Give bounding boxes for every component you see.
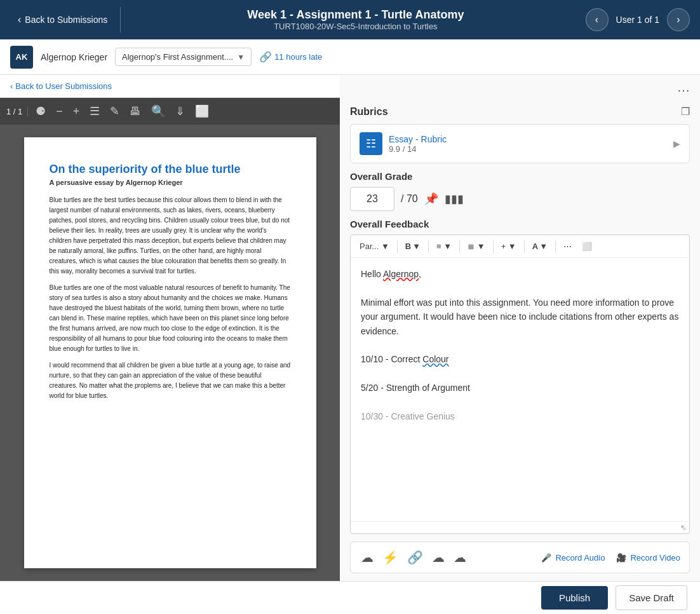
- assignment-title: Week 1 - Assignment 1 - Turtle Anatomy: [126, 8, 585, 22]
- dropdown-arrow-icon: ▼: [237, 53, 245, 62]
- editor-toolbar: Par... ▼ B ▼ ≡ ▼ ≣ ▼ + ▼ A ▼ ⋯ ⬜: [351, 235, 689, 258]
- grade-label: Overall Grade: [350, 171, 690, 182]
- toolbar-separator: [459, 240, 460, 253]
- rubrics-expand-button[interactable]: ❐: [681, 106, 690, 118]
- fullscreen-editor-button[interactable]: ⬜: [578, 239, 596, 254]
- grade-total: / 70: [401, 193, 418, 205]
- media-toolbar: ☁ ⚡ 🔗 ☁ ☁ 🎤 Record Audio 🎥 Record Video: [350, 542, 690, 573]
- insert-button[interactable]: + ▼: [497, 239, 520, 254]
- rubrics-title: Rubrics ❐: [350, 106, 690, 118]
- feedback-section: Overall Feedback Par... ▼ B ▼ ≡ ▼ ≣ ▼ + …: [340, 219, 700, 542]
- toolbar-separator: [493, 240, 494, 253]
- feedback-line2: 10/10 - Correct Colour: [361, 352, 679, 366]
- cloud-download-icon-button[interactable]: ☁: [431, 549, 446, 566]
- record-audio-button[interactable]: 🎤 Record Audio: [541, 553, 605, 563]
- colour-word: Colour: [422, 354, 448, 364]
- publish-button[interactable]: Publish: [541, 586, 608, 610]
- pdf-page: On the superiority of the blue turtle A …: [24, 137, 316, 568]
- feedback-line1: Minimal effort was put into this assignm…: [361, 296, 679, 338]
- print-button[interactable]: 🖶: [127, 102, 144, 121]
- toolbar-separator: [524, 240, 525, 253]
- sidebar-toggle-button[interactable]: ☰: [87, 102, 102, 121]
- toolbar-separator: [555, 240, 556, 253]
- grade-input[interactable]: [350, 187, 394, 211]
- upload-icon-button[interactable]: ☁: [360, 549, 375, 566]
- grade-section: Overall Grade / 70 📌 ▮▮▮: [340, 171, 700, 219]
- back-to-user-section: ‹ Back to User Submissions: [0, 75, 340, 98]
- feedback-line3: 5/20 - Strength of Argument: [361, 381, 679, 395]
- rubric-icon: ☷: [360, 132, 382, 155]
- assignment-info: Week 1 - Assignment 1 - Turtle Anatomy T…: [126, 8, 585, 31]
- annotate-button[interactable]: ✎: [107, 102, 122, 121]
- align-button[interactable]: ≡ ▼: [433, 239, 455, 254]
- save-draft-button[interactable]: Save Draft: [616, 585, 687, 610]
- search-button[interactable]: 🔍: [149, 102, 168, 121]
- more-toolbar-button[interactable]: ⋯: [560, 239, 575, 254]
- pdf-paragraph-2: Blue turtles are one of the most valuabl…: [50, 283, 291, 354]
- chevron-left-icon: ‹: [18, 14, 21, 25]
- assignment-dropdown[interactable]: Algernop's First Assignment.... ▼: [115, 48, 252, 66]
- fullscreen-button[interactable]: ⬜: [192, 102, 212, 121]
- link-icon-button[interactable]: 🔗: [406, 549, 424, 566]
- more-options-button[interactable]: ⋯: [677, 83, 690, 98]
- pan-tool-button[interactable]: ⚈: [33, 102, 48, 121]
- bottom-bar: Publish Save Draft: [0, 581, 700, 614]
- microphone-icon: 🎤: [541, 553, 551, 563]
- pdf-toolbar: 1 / 1 ⚈ − + ☰ ✎ 🖶 🔍 ⇓ ⬜: [0, 98, 340, 125]
- rubric-info: Essay - Rubric 9.9 / 14: [389, 134, 667, 154]
- editor-resize-handle[interactable]: ⇖: [351, 521, 689, 533]
- grade-chart-icon[interactable]: ▮▮▮: [445, 192, 464, 206]
- font-button[interactable]: A ▼: [528, 239, 551, 254]
- record-video-button[interactable]: 🎥 Record Video: [616, 553, 680, 563]
- nav-controls: ‹ User 1 of 1 ›: [586, 8, 690, 31]
- avatar: AK: [10, 46, 33, 69]
- prev-user-button[interactable]: ‹: [586, 8, 609, 31]
- bold-button[interactable]: B ▼: [401, 239, 424, 254]
- user-counter: User 1 of 1: [616, 15, 659, 25]
- pdf-subtitle: A persuasive essay by Algernop Krieger: [50, 179, 291, 186]
- pdf-paragraph-3: I would recommend that all children be g…: [50, 360, 291, 401]
- user-bar: AK Algernop Krieger Algernop's First Ass…: [0, 39, 700, 75]
- rubric-score: 9.9 / 14: [389, 144, 667, 154]
- nav-divider: [120, 7, 121, 32]
- grade-pin-icon[interactable]: 📌: [424, 192, 438, 206]
- clock-icon: 🔗: [259, 51, 272, 63]
- course-code: TURT1080-20W-Sec5-Introduction to Turtle…: [126, 22, 585, 31]
- pdf-paragraph-1: Blue turtles are the best turtles becaus…: [50, 195, 291, 276]
- feedback-line4: 10/30 - Creative Genius: [361, 409, 679, 423]
- grade-row: / 70 📌 ▮▮▮: [350, 187, 690, 211]
- flash-icon-button[interactable]: ⚡: [381, 549, 400, 566]
- chevron-left-icon: ‹: [10, 81, 13, 91]
- zoom-in-button[interactable]: +: [71, 102, 83, 121]
- late-badge: 🔗 11 hours late: [259, 51, 322, 63]
- download-button[interactable]: ⇓: [173, 102, 187, 121]
- right-panel: ⋯ Rubrics ❐ ☷ Essay - Rubric 9.9 / 14 ▶ …: [340, 75, 700, 581]
- left-panel: ‹ Back to User Submissions 1 / 1 ⚈ − + ☰…: [0, 75, 340, 581]
- pdf-page-count: 1 / 1: [6, 107, 28, 116]
- feedback-label: Overall Feedback: [350, 219, 690, 229]
- back-submissions-button[interactable]: ‹ Back to Submissions: [10, 9, 115, 31]
- rubric-card[interactable]: ☷ Essay - Rubric 9.9 / 14 ▶: [350, 124, 690, 163]
- editor-content[interactable]: Hello Algernop, Minimal effort was put i…: [351, 258, 689, 521]
- right-panel-header: ⋯: [340, 75, 700, 106]
- pdf-title: On the superiority of the blue turtle: [50, 163, 291, 176]
- user-name: Algernop Krieger: [41, 52, 107, 62]
- cloud-upload-icon-button[interactable]: ☁: [452, 549, 468, 566]
- toolbar-separator: [397, 240, 398, 253]
- rubric-name: Essay - Rubric: [389, 134, 667, 144]
- list-button[interactable]: ≣ ▼: [464, 239, 488, 254]
- rubric-chevron-icon: ▶: [673, 139, 680, 149]
- pdf-area: On the superiority of the blue turtle A …: [0, 125, 340, 581]
- feedback-editor: Par... ▼ B ▼ ≡ ▼ ≣ ▼ + ▼ A ▼ ⋯ ⬜ Hel: [350, 235, 690, 534]
- video-icon: 🎥: [616, 553, 626, 563]
- back-to-user-button[interactable]: ‹ Back to User Submissions: [10, 81, 112, 91]
- feedback-greeting: Hello Algernop,: [361, 267, 679, 281]
- next-user-button[interactable]: ›: [667, 8, 690, 31]
- pdf-body: Blue turtles are the best turtles becaus…: [50, 195, 291, 401]
- zoom-out-button[interactable]: −: [53, 102, 65, 121]
- rubrics-section: Rubrics ❐ ☷ Essay - Rubric 9.9 / 14 ▶: [340, 106, 700, 171]
- paragraph-style-button[interactable]: Par... ▼: [356, 239, 393, 254]
- feedback-name: Algernop: [383, 269, 419, 279]
- top-navigation: ‹ Back to Submissions Week 1 - Assignmen…: [0, 0, 700, 39]
- main-content: ‹ Back to User Submissions 1 / 1 ⚈ − + ☰…: [0, 75, 700, 581]
